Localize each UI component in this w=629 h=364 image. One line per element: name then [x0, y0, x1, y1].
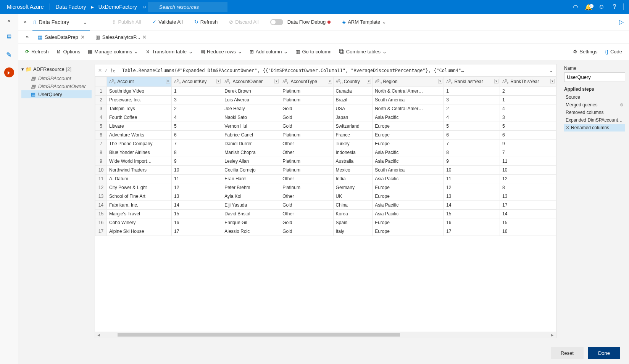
cell[interactable]: Other	[280, 210, 333, 218]
cell[interactable]: Canada	[333, 87, 373, 96]
cell[interactable]: Germany	[333, 183, 373, 192]
monitor-icon[interactable]: ▤	[3, 29, 16, 42]
cell[interactable]: 13	[500, 192, 556, 201]
cell[interactable]: Asia Pacific	[373, 157, 444, 166]
scroll-right-icon[interactable]: ▸	[549, 332, 556, 338]
cell[interactable]: North & Central Amer…	[373, 87, 444, 96]
cell[interactable]: A. Datum	[107, 175, 172, 183]
cell[interactable]: Cecilia Cornejo	[222, 166, 280, 175]
row-number[interactable]: 14	[95, 201, 107, 210]
cell[interactable]: Other	[280, 175, 333, 183]
cell[interactable]: 1	[444, 87, 500, 96]
cell[interactable]: Alessio Roic	[222, 227, 280, 236]
scroll-left-icon[interactable]: ◂	[95, 332, 102, 338]
row-number[interactable]: 16	[95, 218, 107, 227]
cell[interactable]: Eiji Yasuda	[222, 201, 280, 210]
settings-button[interactable]: ⚙Settings	[573, 49, 597, 55]
cell[interactable]: Asia Pacific	[373, 113, 444, 122]
cloud-shell-icon[interactable]: ◠	[569, 3, 582, 11]
cell[interactable]: Adventure Works	[107, 131, 172, 140]
factory-title-dropdown[interactable]: ⎍ Data Factory ⌄	[33, 19, 103, 25]
cell[interactable]: Platinum	[280, 157, 333, 166]
cell[interactable]: Blue Yonder Airlines	[107, 148, 172, 157]
cell[interactable]: 11	[500, 157, 556, 166]
cell[interactable]: 6	[500, 131, 556, 140]
row-number[interactable]: 2	[95, 96, 107, 104]
cell[interactable]: Platinum	[280, 87, 333, 96]
cell[interactable]: Gold	[280, 122, 333, 131]
cell[interactable]: 17	[444, 227, 500, 236]
done-button[interactable]: Done	[588, 347, 620, 359]
column-header-ranklastyear[interactable]: ABCRankLastYear▾	[444, 77, 500, 87]
cell[interactable]: 17	[172, 227, 222, 236]
cell[interactable]: Europe	[373, 192, 444, 201]
cell[interactable]: 13	[444, 192, 500, 201]
cancel-formula-icon[interactable]: ✕	[98, 68, 102, 73]
publish-all-button[interactable]: ⇪ Publish All	[110, 18, 143, 26]
cell[interactable]: Tailspin Toys	[107, 104, 172, 113]
cell[interactable]: Korea	[333, 210, 373, 218]
cell[interactable]: Lesley Allan	[222, 157, 280, 166]
cell[interactable]: Daniel Durrer	[222, 140, 280, 148]
cell[interactable]: 7	[172, 140, 222, 148]
data-flow-debug-toggle[interactable]: Data Flow Debug	[268, 18, 333, 27]
table-row[interactable]: 6Adventure Works6Fabrice CanelPlatinumFr…	[95, 131, 556, 140]
cell[interactable]: 10	[444, 166, 500, 175]
row-number[interactable]: 13	[95, 192, 107, 201]
step-source[interactable]: Source	[564, 93, 625, 101]
tree-item-dimspaccount[interactable]: ▦DimSPAccount	[21, 74, 92, 82]
table-row[interactable]: 9Wide World Import…9Lesley AllanPlatinum…	[95, 157, 556, 166]
cell[interactable]: Manish Chopra	[222, 148, 280, 157]
column-header-rankthisyear[interactable]: ABCRankThisYear▾	[500, 77, 556, 87]
cell[interactable]: 7	[444, 140, 500, 148]
help-icon[interactable]: ?	[608, 3, 621, 10]
row-number[interactable]: 1	[95, 87, 107, 96]
table-row[interactable]: 14Fabrikam, Inc.14Eiji YasudaGoldChinaAs…	[95, 201, 556, 210]
step-merged-queries[interactable]: Merged queries⚙	[564, 101, 625, 109]
cell[interactable]: Naoki Sato	[222, 113, 280, 122]
breadcrumb-data-factory[interactable]: Data Factory	[52, 4, 89, 10]
filter-dropdown-icon[interactable]: ▾	[274, 79, 279, 83]
table-row[interactable]: 2Proseware, Inc.3Luis AlvercaPlatinumBra…	[95, 96, 556, 104]
row-number[interactable]: 8	[95, 148, 107, 157]
cell[interactable]: Asia Pacific	[373, 148, 444, 157]
cell[interactable]: China	[333, 201, 373, 210]
row-number[interactable]: 7	[95, 140, 107, 148]
cell[interactable]: Northwind Traders	[107, 166, 172, 175]
row-number[interactable]: 11	[95, 175, 107, 183]
row-number[interactable]: 12	[95, 183, 107, 192]
data-table-scroll[interactable]: ABCAccount▾ABCAccountKey▾ABCAccountOwner…	[95, 77, 556, 332]
cell[interactable]: Spain	[333, 218, 373, 227]
table-row[interactable]: 8Blue Yonder Airlines8Manish ChopraOther…	[95, 148, 556, 157]
cell[interactable]: 5	[172, 122, 222, 131]
cell[interactable]: Asia Pacific	[373, 201, 444, 210]
cell[interactable]: 15	[444, 210, 500, 218]
cell[interactable]: 11	[444, 175, 500, 183]
step-removed-columns[interactable]: Removed columns	[564, 109, 625, 116]
column-header-country[interactable]: ABCCountry▾	[333, 77, 373, 87]
step-renamed-columns[interactable]: ✕Renamed columns	[564, 124, 625, 131]
accept-formula-icon[interactable]: ✓	[104, 68, 108, 73]
cell[interactable]: 2	[444, 104, 500, 113]
cell[interactable]: Platinum	[280, 166, 333, 175]
tab-salesdataprep[interactable]: ▦ SalesDataPrep ✕	[32, 30, 90, 43]
scrollbar-thumb[interactable]	[118, 333, 400, 337]
cell[interactable]: 13	[172, 192, 222, 201]
table-row[interactable]: 4Fourth Coffee4Naoki SatoGoldJapanAsia P…	[95, 113, 556, 122]
cell[interactable]: 2	[500, 87, 556, 96]
horizontal-scrollbar[interactable]: ◂ ▸	[95, 332, 556, 338]
tree-item-userquery[interactable]: ▦UserQuery	[21, 90, 92, 98]
cell[interactable]: Platinum	[280, 183, 333, 192]
cell[interactable]: 10	[500, 166, 556, 175]
cell[interactable]: City Power & Light	[107, 183, 172, 192]
column-header-accountowner[interactable]: ABCAccountOwner▾	[222, 77, 280, 87]
cell[interactable]: Europe	[373, 183, 444, 192]
manage-icon[interactable]: ⏵	[4, 67, 14, 77]
cell[interactable]: Turkey	[333, 140, 373, 148]
cell[interactable]: 12	[444, 183, 500, 192]
query-name-input[interactable]	[564, 72, 625, 82]
gear-icon[interactable]: ⚙	[620, 103, 624, 107]
cell[interactable]: Platinum	[280, 96, 333, 104]
discard-all-button[interactable]: ⊘ Discard All	[227, 18, 261, 26]
manage-columns-dropdown[interactable]: ▦Manage columns⌄	[88, 49, 138, 55]
